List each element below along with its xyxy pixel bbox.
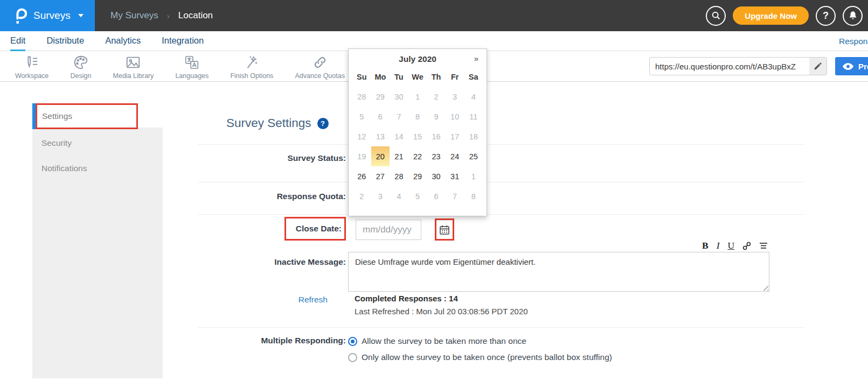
tab-edit[interactable]: Edit (10, 31, 25, 51)
sidebar-item-notifications[interactable]: Notifications (32, 157, 163, 180)
calendar-day-24[interactable]: 24 (446, 146, 464, 166)
workspace-icon (24, 54, 40, 70)
calendar-header: July 2020 » (349, 49, 487, 69)
link-button[interactable] (742, 242, 751, 250)
italic-button[interactable]: I (717, 241, 720, 251)
calendar-day-5: 5 (352, 107, 371, 126)
tab-analytics[interactable]: Analytics (105, 31, 141, 51)
toolbar-item-media-library[interactable]: Media Library (113, 54, 154, 80)
align-icon (759, 242, 768, 250)
design-icon (73, 54, 89, 70)
survey-url-box (649, 57, 827, 75)
calendar-day-25[interactable]: 25 (464, 146, 483, 166)
calendar-day-8: 8 (464, 186, 483, 206)
calendar-day-29: 29 (371, 87, 390, 107)
upgrade-now-button[interactable]: Upgrade Now (733, 6, 809, 25)
calendar-day-1: 1 (408, 87, 427, 107)
toolbar-item-finish-options[interactable]: Finish Options (230, 54, 273, 80)
questionpro-logo-icon (14, 7, 27, 24)
calendar-day-4: 4 (390, 186, 408, 206)
topbar-actions: Upgrade Now ? (706, 0, 863, 31)
divider (198, 182, 803, 182)
link-icon (742, 242, 751, 250)
notifications-button[interactable] (843, 6, 863, 26)
multiple-responding-options: Allow the survey to be taken more than o… (348, 336, 612, 362)
calendar-day-3: 3 (446, 87, 464, 107)
advance-quotas-icon (312, 54, 328, 70)
calendar-day-7: 7 (446, 186, 464, 206)
calendar-day-28: 28 (352, 87, 371, 107)
search-icon (711, 11, 721, 20)
survey-settings-help-icon[interactable]: ? (317, 118, 329, 129)
calendar-day-10: 10 (446, 107, 464, 126)
responses-link[interactable]: Responses (839, 31, 868, 51)
underline-button[interactable]: U (728, 241, 735, 251)
radio-unselected-icon[interactable] (348, 353, 357, 362)
eye-icon (843, 63, 853, 70)
refresh-link[interactable]: Refresh (198, 295, 328, 305)
calendar-month-title: July 2020 (399, 54, 436, 64)
sidebar-item-security[interactable]: Security (32, 132, 163, 154)
edit-url-button[interactable] (809, 58, 827, 75)
calendar-day-15: 15 (408, 126, 427, 146)
tab-distribute[interactable]: Distribute (46, 31, 84, 51)
calendar-day-21[interactable]: 21 (390, 146, 408, 166)
last-refreshed-text: Last Refreshed : Mon Jul 20 03:08:56 PDT… (355, 307, 528, 316)
pencil-icon (814, 62, 822, 70)
calendar-day-6: 6 (371, 107, 390, 126)
datepicker-popup: July 2020 » Su Mo Tu We Th Fr Sa 2829301… (348, 48, 487, 216)
languages-icon (184, 54, 200, 70)
close-date-label: Close Date: (284, 217, 346, 241)
breadcrumb-my-surveys[interactable]: My Surveys (110, 10, 158, 21)
calendar-day-30[interactable]: 30 (427, 166, 446, 186)
toolbar-item-advance-quotas[interactable]: Advance Quotas (295, 54, 345, 80)
calendar-day-20[interactable]: 20 (371, 146, 390, 166)
calendar-icon (439, 224, 450, 235)
radio-allow-multiple[interactable]: Allow the survey to be taken more than o… (348, 336, 612, 346)
calendar-day-14: 14 (390, 126, 408, 146)
align-button[interactable] (759, 242, 768, 250)
toolbar-item-design[interactable]: Design (70, 54, 91, 80)
calendar-day-29[interactable]: 29 (408, 166, 427, 186)
preview-button[interactable]: Preview (835, 57, 868, 75)
close-date-input[interactable] (356, 220, 421, 240)
divider (198, 214, 803, 215)
calendar-day-27[interactable]: 27 (371, 166, 390, 186)
calendar-day-5: 5 (408, 186, 427, 206)
calendar-day-28[interactable]: 28 (390, 166, 408, 186)
calendar-day-18: 18 (464, 126, 483, 146)
divider (198, 327, 803, 328)
calendar-next-month-button[interactable]: » (474, 54, 478, 63)
bold-button[interactable]: B (702, 241, 709, 251)
calendar-day-7: 7 (390, 107, 408, 126)
toolbar-item-languages[interactable]: Languages (175, 54, 209, 80)
inactive-message-textarea[interactable]: Diese Umfrage wurde vom Eigentümer deakt… (348, 252, 769, 292)
tab-integration[interactable]: Integration (162, 31, 204, 51)
calendar-day-22[interactable]: 22 (408, 146, 427, 166)
media-library-icon (125, 54, 141, 70)
calendar-day-9: 9 (427, 107, 446, 126)
sidebar-item-settings[interactable]: Settings (36, 103, 138, 129)
radio-selected-icon[interactable] (348, 337, 357, 346)
calendar-weekday-row: Su Mo Tu We Th Fr Sa (349, 73, 487, 87)
calendar-day-13: 13 (371, 126, 390, 146)
search-button[interactable] (706, 6, 726, 26)
toolbar-item-workspace[interactable]: Workspace (15, 54, 48, 80)
calendar-day-23[interactable]: 23 (427, 146, 446, 166)
survey-url-input[interactable] (650, 58, 809, 75)
divider (198, 144, 803, 145)
radio-only-once[interactable]: Only allow the survey to be taken once (… (348, 352, 612, 362)
help-button[interactable]: ? (816, 6, 836, 26)
multiple-responding-label: Multiple Responding: (198, 336, 346, 345)
editor-toolbar: B I U (702, 241, 768, 251)
close-date-calendar-button[interactable] (435, 218, 454, 241)
calendar-day-31[interactable]: 31 (446, 166, 464, 186)
breadcrumb-separator: › (167, 11, 170, 20)
product-menu[interactable]: Surveys (0, 0, 95, 31)
calendar-day-26[interactable]: 26 (352, 166, 371, 186)
breadcrumb: My Surveys › Location (110, 0, 213, 31)
calendar-day-19: 19 (352, 146, 371, 166)
calendar-day-16: 16 (427, 126, 446, 146)
calendar-day-8: 8 (408, 107, 427, 126)
calendar-day-2: 2 (427, 87, 446, 107)
